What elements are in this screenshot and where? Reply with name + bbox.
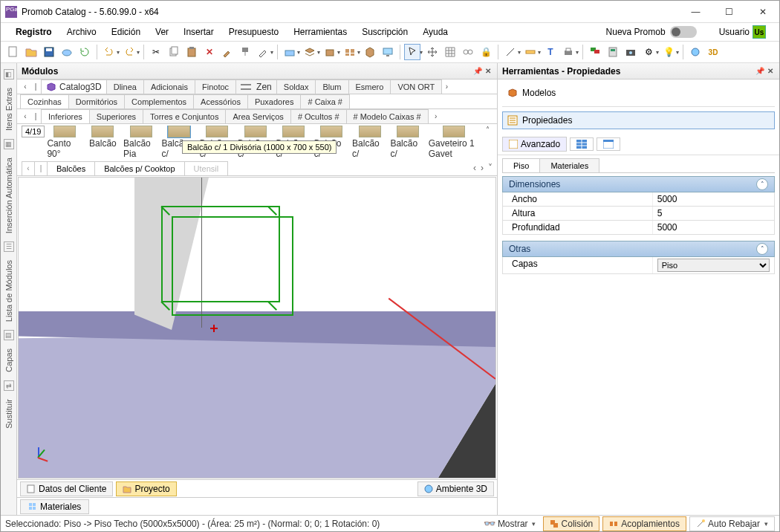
colision-btn[interactable]: Colisión: [543, 516, 600, 531]
bulb-icon[interactable]: 💡: [660, 44, 677, 60]
cut-icon[interactable]: ✂: [148, 44, 164, 60]
stack-icon[interactable]: [342, 44, 358, 60]
minimize-button[interactable]: ―: [679, 1, 712, 23]
tab-superiores[interactable]: Superiores: [89, 109, 143, 123]
group-dim-header[interactable]: Dimensiones ˄: [502, 176, 775, 192]
snap-icon[interactable]: [460, 44, 476, 60]
menu-herramientas[interactable]: Herramientas: [286, 25, 354, 39]
prop-val[interactable]: Piso: [652, 257, 774, 273]
tab-cozinhas[interactable]: Cozinhas: [20, 94, 69, 108]
tab-area[interactable]: Area Serviços: [225, 109, 290, 123]
layers-icon[interactable]: [302, 44, 318, 60]
left-tab-lista[interactable]: Lista de Módulos: [2, 255, 16, 327]
move-icon[interactable]: [424, 44, 441, 60]
box-icon[interactable]: [322, 44, 338, 60]
left-box-5[interactable]: ⇄: [4, 380, 14, 391]
flag-icon[interactable]: [587, 44, 603, 60]
capas-select[interactable]: Piso: [657, 259, 770, 272]
rp-propiedades[interactable]: Propiedades: [502, 111, 775, 129]
tab-inferiores[interactable]: Inferiores: [41, 109, 90, 123]
undo-icon[interactable]: [101, 44, 117, 60]
collapse-icon[interactable]: ˄: [756, 243, 768, 255]
paint-icon[interactable]: [237, 44, 253, 60]
pin-icon[interactable]: 📌: [473, 67, 482, 75]
delete-icon[interactable]: ✕: [201, 44, 218, 60]
tab-dormitorios[interactable]: Dormitórios: [68, 94, 125, 108]
monitor-icon[interactable]: [380, 44, 396, 60]
copy-icon[interactable]: [166, 44, 182, 60]
tab-dlinea[interactable]: Dlinea: [106, 80, 144, 94]
tab-proyecto[interactable]: Proyecto: [116, 481, 176, 496]
package-icon[interactable]: [362, 44, 378, 60]
group1-icon[interactable]: [282, 44, 298, 60]
tab-blum[interactable]: Blum: [315, 80, 348, 94]
left-box-3[interactable]: ☰: [4, 241, 14, 252]
tab-ocultos[interactable]: # Ocultos #: [290, 109, 347, 123]
shelf-item-10[interactable]: Gaveteiro 1 Gavet: [429, 126, 480, 159]
close-panel-icon[interactable]: ✕: [485, 67, 491, 75]
grid-icon[interactable]: [442, 44, 458, 60]
acoplamientos-btn[interactable]: Acoplamientos: [602, 516, 686, 531]
tab-catalog3d[interactable]: Catalog3D: [41, 80, 107, 94]
menu-presupuesto[interactable]: Presupuesto: [221, 25, 286, 39]
maximize-button[interactable]: ☐: [712, 1, 746, 23]
menu-insertar[interactable]: Insertar: [176, 25, 221, 39]
tab-caixa[interactable]: # Caixa #: [300, 94, 349, 108]
cloud-icon[interactable]: [59, 44, 75, 60]
shelf-up[interactable]: ˄: [482, 126, 493, 134]
row3-left[interactable]: ‹: [20, 112, 30, 120]
switch-icon[interactable]: [670, 26, 697, 38]
rp-modelos[interactable]: Modelos: [502, 84, 775, 102]
menu-suscripcion[interactable]: Suscripción: [354, 25, 415, 39]
lock-icon[interactable]: 🔒: [478, 44, 494, 60]
row1-right-arrow[interactable]: ›: [441, 82, 452, 91]
open-icon[interactable]: [23, 44, 39, 60]
menu-registro[interactable]: Registro: [8, 25, 59, 39]
camera-icon[interactable]: [623, 44, 639, 60]
shelf-item-0[interactable]: Canto 90°: [47, 126, 82, 159]
shelf-item-9[interactable]: Balcão c/: [390, 126, 425, 159]
group-otras-header[interactable]: Otras ˄: [502, 241, 775, 257]
shelf-item-2[interactable]: Balcão Pia: [123, 126, 158, 159]
refresh-icon[interactable]: [77, 44, 93, 60]
viewport-3d[interactable]: [18, 177, 496, 479]
menu-ayuda[interactable]: Ayuda: [415, 25, 455, 39]
tab-zen[interactable]: Zen: [235, 80, 277, 94]
tab-esmero[interactable]: Esmero: [348, 80, 391, 94]
left-tab-sustituir[interactable]: Sustituir: [2, 394, 16, 434]
menu-ver[interactable]: Ver: [148, 25, 176, 39]
gear-icon[interactable]: ⚙: [640, 44, 657, 60]
tab-acessorios[interactable]: Acessórios: [193, 94, 248, 108]
rp-view2-btn[interactable]: [597, 137, 620, 151]
calc-icon[interactable]: [605, 44, 621, 60]
tab-ambiente-3d[interactable]: Ambiente 3D: [417, 481, 494, 496]
pt-materiales[interactable]: Materiales: [539, 158, 599, 172]
rp-avanzado-btn[interactable]: Avanzado: [502, 137, 567, 152]
tab-complementos[interactable]: Complementos: [124, 94, 194, 108]
cursor-icon[interactable]: [404, 44, 420, 60]
paste-icon[interactable]: [183, 44, 200, 60]
prop-val[interactable]: 5000: [652, 192, 774, 206]
line-icon[interactable]: [502, 44, 519, 60]
tab-soldax[interactable]: Soldax: [276, 80, 316, 94]
close-button[interactable]: ✕: [746, 1, 779, 23]
dropper-icon[interactable]: [255, 44, 271, 60]
text-icon[interactable]: T: [542, 44, 559, 60]
subtab-cooktop[interactable]: Balcões p/ Cooktop: [94, 161, 184, 175]
row3-right[interactable]: ›: [431, 112, 441, 120]
row1-left-arrow[interactable]: ‹: [20, 82, 30, 91]
subtab-balcoes[interactable]: Balcões: [47, 161, 95, 175]
left-tab-capas[interactable]: Capas: [2, 343, 16, 377]
left-tab-extras[interactable]: Itens Extras: [2, 82, 16, 136]
print-icon[interactable]: [560, 44, 576, 60]
tab-vonort[interactable]: VON ORT: [390, 80, 442, 94]
nueva-promob-toggle[interactable]: Nueva Promob: [606, 26, 697, 38]
tab-torres[interactable]: Torres e Conjuntos: [143, 109, 226, 123]
prop-val[interactable]: 5000: [652, 221, 774, 234]
row4-right[interactable]: ›: [481, 163, 484, 173]
left-box-1[interactable]: ◧: [4, 69, 14, 80]
subtab-utensil[interactable]: Utensil: [184, 161, 229, 175]
tab-materiales-bottom[interactable]: Materiales: [20, 499, 89, 514]
right-close-icon[interactable]: ✕: [767, 67, 773, 75]
redo-icon[interactable]: [121, 44, 137, 60]
